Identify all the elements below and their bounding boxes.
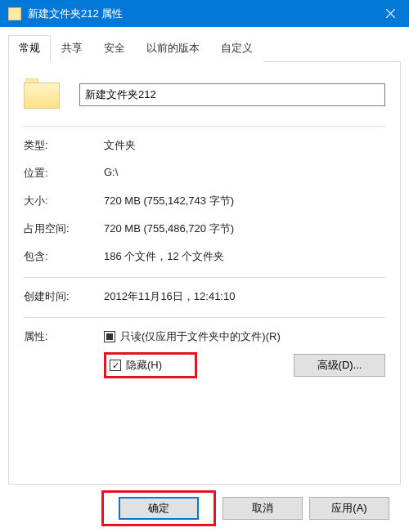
tab-customize[interactable]: 自定义 <box>210 35 263 62</box>
close-icon <box>386 9 395 18</box>
dialog-body: 常规 共享 安全 以前的版本 自定义 类型: 文件夹 位置: G:\ 大小: 7… <box>0 27 409 532</box>
contains-label: 包含: <box>24 249 104 264</box>
separator <box>24 126 385 127</box>
type-value: 文件夹 <box>104 138 385 153</box>
size-on-disk-label: 占用空间: <box>24 221 104 236</box>
title-bar: 新建文件夹212 属性 <box>0 0 409 27</box>
location-value: G:\ <box>104 166 385 181</box>
close-button[interactable] <box>371 0 409 27</box>
tab-sharing[interactable]: 共享 <box>51 35 93 62</box>
folder-large-icon <box>24 78 60 111</box>
separator <box>24 277 385 278</box>
ok-button[interactable]: 确定 <box>119 497 199 520</box>
location-row: 位置: G:\ <box>24 166 385 181</box>
tab-security[interactable]: 安全 <box>93 35 136 62</box>
attributes-label: 属性: <box>24 329 104 378</box>
size-on-disk-value: 720 MB (755,486,720 字节) <box>104 221 385 236</box>
hidden-label: 隐藏(H) <box>126 358 162 373</box>
header-row <box>24 78 385 111</box>
hidden-advanced-row: 隐藏(H) 高级(D)... <box>104 352 385 378</box>
hidden-checkbox[interactable] <box>110 360 121 371</box>
size-label: 大小: <box>24 194 104 208</box>
tab-general[interactable]: 常规 <box>8 35 51 62</box>
created-row: 创建时间: 2012年11月16日，12:41:10 <box>24 289 385 304</box>
size-row: 大小: 720 MB (755,142,743 字节) <box>24 194 385 208</box>
separator <box>24 317 385 318</box>
type-label: 类型: <box>24 138 104 153</box>
readonly-row: 只读(仅应用于文件夹中的文件)(R) <box>104 329 385 344</box>
ok-highlight: 确定 <box>101 490 216 526</box>
hidden-highlight: 隐藏(H) <box>104 352 197 378</box>
tab-strip: 常规 共享 安全 以前的版本 自定义 <box>8 35 401 62</box>
readonly-label: 只读(仅应用于文件夹中的文件)(R) <box>120 329 281 344</box>
tab-previous-versions[interactable]: 以前的版本 <box>136 35 210 62</box>
folder-icon <box>8 7 21 20</box>
readonly-checkbox[interactable] <box>104 331 115 342</box>
size-value: 720 MB (755,142,743 字节) <box>104 194 385 208</box>
folder-name-input[interactable] <box>79 83 385 106</box>
contains-value: 186 个文件，12 个文件夹 <box>104 249 385 264</box>
location-label: 位置: <box>24 166 104 181</box>
cancel-button[interactable]: 取消 <box>222 497 303 520</box>
advanced-button[interactable]: 高级(D)... <box>294 354 385 377</box>
contains-row: 包含: 186 个文件，12 个文件夹 <box>24 249 385 264</box>
window-title: 新建文件夹212 属性 <box>28 7 371 21</box>
size-on-disk-row: 占用空间: 720 MB (755,486,720 字节) <box>24 221 385 236</box>
apply-button[interactable]: 应用(A) <box>309 497 389 520</box>
attributes-section: 属性: 只读(仅应用于文件夹中的文件)(R) 隐藏(H) 高级(D)... <box>24 329 385 378</box>
tab-content: 类型: 文件夹 位置: G:\ 大小: 720 MB (755,142,743 … <box>8 62 401 485</box>
button-bar: 确定 取消 应用(A) <box>8 485 401 532</box>
created-label: 创建时间: <box>24 289 104 304</box>
type-row: 类型: 文件夹 <box>24 138 385 153</box>
created-value: 2012年11月16日，12:41:10 <box>104 289 385 304</box>
